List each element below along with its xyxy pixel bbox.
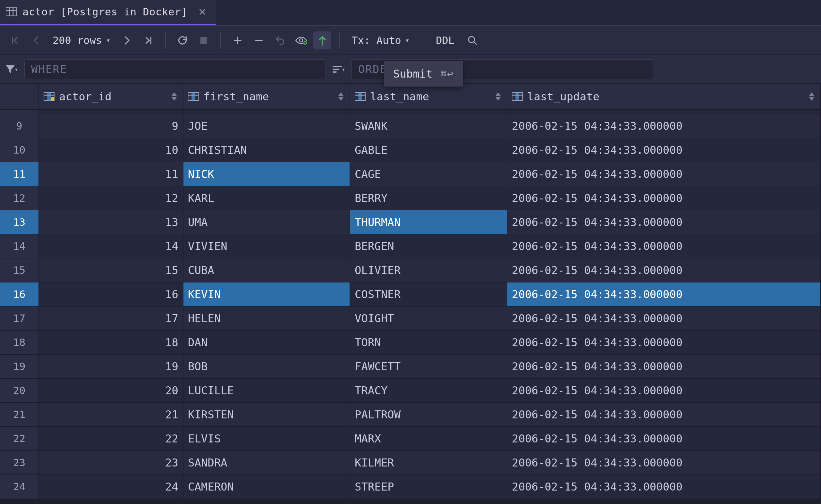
- row-gutter[interactable]: 17: [0, 307, 39, 330]
- cell-first-name[interactable]: LUCILLE: [183, 379, 350, 402]
- where-input[interactable]: WHERE: [24, 59, 326, 79]
- prev-page-icon[interactable]: [27, 31, 45, 49]
- cell-last-update[interactable]: 2006-02-15 04:34:33.000000: [507, 210, 821, 234]
- cell-last-name[interactable]: SWANK: [350, 114, 507, 138]
- tab-actor[interactable]: actor [Postgres in Docker]: [0, 0, 216, 25]
- cell-last-name[interactable]: COSTNER: [350, 282, 507, 306]
- cell-last-update[interactable]: 2006-02-15 04:34:33.000000: [507, 282, 821, 306]
- cell-actor-id[interactable]: 19: [39, 355, 183, 378]
- cell-last-update[interactable]: 2006-02-15 04:34:33.000000: [507, 258, 821, 282]
- cell-actor-id[interactable]: 17: [39, 307, 183, 330]
- cell-first-name[interactable]: KEVIN: [183, 282, 350, 306]
- cell-first-name[interactable]: DAN: [183, 331, 350, 354]
- row-gutter[interactable]: 14: [0, 234, 39, 258]
- cell-last-name[interactable]: STREEP: [350, 475, 507, 499]
- cell-last-update[interactable]: 2006-02-15 04:34:33.000000: [507, 355, 821, 378]
- first-page-icon[interactable]: [6, 31, 24, 49]
- cell-first-name[interactable]: NICK: [183, 162, 350, 186]
- cell-last-update[interactable]: 2006-02-15 04:34:33.000000: [507, 162, 821, 186]
- cell-first-name[interactable]: HELEN: [183, 307, 350, 330]
- column-header-last-update[interactable]: last_update: [507, 84, 821, 109]
- cell-last-name[interactable]: VOIGHT: [350, 307, 507, 330]
- row-gutter[interactable]: 15: [0, 258, 39, 282]
- cell-actor-id[interactable]: 9: [39, 114, 183, 138]
- cell-last-name[interactable]: TORN: [350, 331, 507, 354]
- next-page-icon[interactable]: [118, 31, 136, 49]
- row-gutter[interactable]: 19: [0, 355, 39, 378]
- revert-icon[interactable]: [271, 31, 289, 49]
- sort-indicator-icon[interactable]: [494, 90, 502, 103]
- filter-icon[interactable]: ▾: [4, 62, 19, 76]
- cell-first-name[interactable]: CHRISTIAN: [183, 138, 350, 162]
- cell-last-update[interactable]: 2006-02-15 04:34:33.000000: [507, 234, 821, 258]
- cell-first-name[interactable]: UMA: [183, 210, 350, 234]
- column-header-last-name[interactable]: last_name: [350, 84, 507, 109]
- cell-last-name[interactable]: THURMAN: [350, 210, 507, 234]
- cell-last-update[interactable]: 2006-02-15 04:34:33.000000: [507, 475, 821, 499]
- row-gutter[interactable]: 18: [0, 331, 39, 354]
- cell-first-name[interactable]: CAMERON: [183, 475, 350, 499]
- row-gutter[interactable]: 12: [0, 186, 39, 210]
- cell-actor-id[interactable]: 16: [39, 282, 183, 306]
- cell-actor-id[interactable]: 12: [39, 186, 183, 210]
- cell-actor-id[interactable]: 23: [39, 451, 183, 475]
- cell-last-update[interactable]: 2006-02-15 04:34:33.000000: [507, 114, 821, 138]
- cell-actor-id[interactable]: 18: [39, 331, 183, 354]
- last-page-icon[interactable]: [140, 31, 157, 49]
- row-gutter[interactable]: 10: [0, 138, 39, 162]
- reload-icon[interactable]: [174, 31, 191, 49]
- cell-actor-id[interactable]: 21: [39, 403, 183, 426]
- sort-indicator-icon[interactable]: [337, 90, 345, 103]
- row-gutter[interactable]: 11: [0, 162, 39, 186]
- cell-last-name[interactable]: TRACY: [350, 379, 507, 402]
- sort-indicator-icon[interactable]: [808, 90, 816, 103]
- cell-first-name[interactable]: KIRSTEN: [183, 403, 350, 426]
- cell-last-name[interactable]: CAGE: [350, 162, 507, 186]
- remove-row-icon[interactable]: [250, 31, 268, 49]
- cell-actor-id[interactable]: 14: [39, 234, 183, 258]
- cell-first-name[interactable]: SANDRA: [183, 451, 350, 475]
- cell-actor-id[interactable]: 20: [39, 379, 183, 402]
- cell-actor-id[interactable]: 24: [39, 475, 183, 499]
- column-header-actor-id[interactable]: actor_id: [39, 84, 183, 109]
- cell-last-update[interactable]: 2006-02-15 04:34:33.000000: [507, 307, 821, 330]
- sort-icon[interactable]: ▾: [332, 62, 346, 76]
- stop-icon[interactable]: [195, 31, 213, 49]
- cell-first-name[interactable]: JOE: [183, 114, 350, 138]
- submit-icon[interactable]: [313, 31, 331, 49]
- row-gutter[interactable]: 20: [0, 379, 39, 402]
- cell-last-update[interactable]: 2006-02-15 04:34:33.000000: [507, 403, 821, 426]
- cell-actor-id[interactable]: 13: [39, 210, 183, 234]
- column-header-first-name[interactable]: first_name: [183, 84, 350, 109]
- row-gutter[interactable]: 16: [0, 282, 39, 306]
- cell-actor-id[interactable]: 10: [39, 138, 183, 162]
- cell-last-update[interactable]: 2006-02-15 04:34:33.000000: [507, 427, 821, 450]
- cell-last-name[interactable]: MARX: [350, 427, 507, 450]
- cell-first-name[interactable]: BOB: [183, 355, 350, 378]
- cell-last-name[interactable]: PALTROW: [350, 403, 507, 426]
- cell-last-update[interactable]: 2006-02-15 04:34:33.000000: [507, 331, 821, 354]
- row-gutter[interactable]: 24: [0, 475, 39, 499]
- gutter-header[interactable]: [0, 84, 39, 109]
- row-limit-dropdown[interactable]: 200 rows ▾: [48, 31, 115, 49]
- search-icon[interactable]: [463, 31, 481, 49]
- tx-mode-dropdown[interactable]: Tx: Auto ▾: [347, 31, 414, 49]
- cell-first-name[interactable]: KARL: [183, 186, 350, 210]
- cell-last-update[interactable]: 2006-02-15 04:34:33.000000: [507, 138, 821, 162]
- cell-last-update[interactable]: 2006-02-15 04:34:33.000000: [507, 379, 821, 402]
- cell-actor-id[interactable]: 15: [39, 258, 183, 282]
- row-gutter[interactable]: 9: [0, 114, 39, 138]
- cell-last-name[interactable]: KILMER: [350, 451, 507, 475]
- close-icon[interactable]: [197, 6, 208, 17]
- cell-last-name[interactable]: BERRY: [350, 186, 507, 210]
- cell-first-name[interactable]: CUBA: [183, 258, 350, 282]
- ddl-button[interactable]: DDL: [430, 31, 460, 49]
- cell-actor-id[interactable]: 22: [39, 427, 183, 450]
- cell-last-name[interactable]: OLIVIER: [350, 258, 507, 282]
- add-row-icon[interactable]: [229, 31, 247, 49]
- cell-last-name[interactable]: BERGEN: [350, 234, 507, 258]
- row-gutter[interactable]: 21: [0, 403, 39, 426]
- cell-first-name[interactable]: ELVIS: [183, 427, 350, 450]
- cell-last-update[interactable]: 2006-02-15 04:34:33.000000: [507, 451, 821, 475]
- row-gutter[interactable]: 13: [0, 210, 39, 234]
